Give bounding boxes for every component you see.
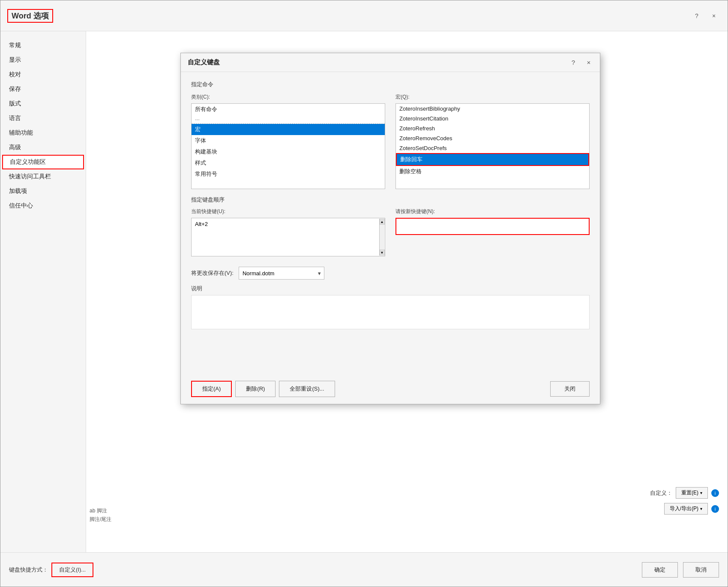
sidebar-item-customize-ribbon[interactable]: 自定义功能区 <box>2 155 84 169</box>
scroll-up-arrow[interactable]: ▲ <box>380 219 385 225</box>
sidebar-item-quick-access[interactable]: 快速访问工具栏 <box>0 169 86 184</box>
current-shortcut-label: 当前快捷键(U): <box>191 208 385 215</box>
keyboard-sequence-title: 指定键盘顺序 <box>191 196 590 204</box>
current-shortcut-area: Alt+2 ▲ ▼ <box>191 218 385 256</box>
dialog-title-bar: 自定义键盘 ? × <box>181 53 600 72</box>
specify-command-title: 指定命令 <box>191 81 590 88</box>
category-item-common-symbols[interactable]: 常用符号 <box>192 169 385 180</box>
reset-btn-bg[interactable]: 重置(E) ▾ <box>676 487 708 499</box>
current-shortcut-col: 当前快捷键(U): Alt+2 ▲ ▼ <box>191 208 385 256</box>
macro-item-delete-cr[interactable]: 删除回车 <box>396 153 589 166</box>
sidebar-item-accessibility[interactable]: 辅助功能 <box>0 126 86 140</box>
current-shortcut-scrollbar[interactable]: ▲ ▼ <box>379 219 384 256</box>
assign-button[interactable]: 指定(A) <box>191 381 232 397</box>
dialog-body: 指定命令 类别(C): 所有命令 --- 宏 字体 构建基块 <box>181 72 600 338</box>
shortcut-row: 当前快捷键(U): Alt+2 ▲ ▼ <box>191 208 590 256</box>
reset-all-button[interactable]: 全部重设(S)... <box>279 381 335 397</box>
category-item-styles[interactable]: 样式 <box>192 157 385 169</box>
sidebar-item-save[interactable]: 保存 <box>0 82 86 96</box>
category-item-font[interactable]: 字体 <box>192 135 385 146</box>
customize-keyboard-button[interactable]: 自定义(I)... <box>51 563 93 577</box>
bottom-bar: 键盘快捷方式： 自定义(I)... 确定 取消 <box>0 552 728 587</box>
help-button[interactable]: ? <box>690 9 704 23</box>
bg-text-footnote: ab 脚注 <box>90 507 107 515</box>
title-bar-controls: ? × <box>690 9 721 23</box>
sidebar-item-display[interactable]: 显示 <box>0 53 86 67</box>
description-label: 说明 <box>191 285 590 292</box>
macro-item-3[interactable]: ZoteroRefresh <box>396 123 589 133</box>
sidebar-item-addins[interactable]: 加载项 <box>0 184 86 199</box>
description-area <box>191 295 590 329</box>
customize-keyboard-dialog: 自定义键盘 ? × 指定命令 类别(C): <box>180 53 600 404</box>
category-separator: --- <box>192 115 385 124</box>
bg-text-endnote: 脚注/尾注 <box>90 516 111 523</box>
dialog-close-button[interactable]: × <box>583 57 595 69</box>
new-shortcut-col: 请按新快捷键(N): <box>395 208 590 235</box>
scroll-track <box>380 225 384 250</box>
macro-item-5[interactable]: ZoteroSetDocPrefs <box>396 143 589 153</box>
import-info-icon[interactable]: i <box>711 505 719 513</box>
save-in-label: 将更改保存在(V): <box>191 269 234 277</box>
macro-item-delete-space[interactable]: 删除空格 <box>396 166 589 177</box>
dialog-bottom-left: 指定(A) 删除(R) 全部重设(S)... <box>191 381 335 397</box>
new-shortcut-input[interactable] <box>395 218 590 235</box>
sidebar-item-language[interactable]: 语言 <box>0 111 86 126</box>
sidebar-item-format[interactable]: 版式 <box>0 96 86 111</box>
save-in-row: 将更改保存在(V): Normal.dotm <box>191 267 590 280</box>
category-item-all[interactable]: 所有命令 <box>192 104 385 115</box>
sidebar: 常规 显示 校对 保存 版式 语言 辅助功能 高级 自定义功能区 快速访问工具栏… <box>0 31 86 553</box>
category-item-building-blocks[interactable]: 构建基块 <box>192 146 385 157</box>
category-item-macro[interactable]: 宏 <box>192 124 385 135</box>
sidebar-item-general[interactable]: 常规 <box>0 38 86 53</box>
sidebar-item-trust-center[interactable]: 信任中心 <box>0 199 86 213</box>
category-column: 类别(C): 所有命令 --- 宏 字体 构建基块 样式 常用符号 <box>191 93 385 189</box>
macro-item-4[interactable]: ZoteroRemoveCodes <box>396 133 589 143</box>
category-listbox[interactable]: 所有命令 --- 宏 字体 构建基块 样式 常用符号 <box>191 103 385 189</box>
customize-label-bg: 自定义： <box>650 489 672 497</box>
save-in-select[interactable]: Normal.dotm <box>239 267 324 280</box>
word-options-window: Word 选项 ? × 常规 显示 校对 保存 版式 语言 辅助功能 高级 自定… <box>0 0 728 587</box>
new-shortcut-label: 请按新快捷键(N): <box>395 208 590 215</box>
content-area: 自定义键盘 ? × 指定命令 类别(C): <box>86 31 728 553</box>
macro-label: 宏(Q): <box>395 93 590 101</box>
dialog-title: 自定义键盘 <box>188 58 220 66</box>
bottom-right: 确定 取消 <box>642 562 719 578</box>
description-section: 说明 <box>191 285 590 329</box>
confirm-button[interactable]: 确定 <box>642 562 678 578</box>
category-label: 类别(C): <box>191 93 385 101</box>
right-panel-bottom: 自定义： 重置(E) ▾ i 导入/导出(P) ▾ i <box>650 487 719 515</box>
import-export-btn-bg[interactable]: 导入/导出(P) ▾ <box>664 503 708 515</box>
save-in-select-wrapper: Normal.dotm <box>239 267 324 280</box>
close-button[interactable]: × <box>707 9 721 23</box>
customize-row: 自定义： 重置(E) ▾ i <box>650 487 719 499</box>
bottom-left: 键盘快捷方式： 自定义(I)... <box>9 563 93 577</box>
macro-column: 宏(Q): ZoteroInsertBibliography ZoteroIns… <box>395 93 590 189</box>
cancel-button[interactable]: 取消 <box>683 562 719 578</box>
dialog-close-btn[interactable]: 关闭 <box>550 381 590 397</box>
sidebar-item-proofing[interactable]: 校对 <box>0 67 86 82</box>
macro-listbox[interactable]: ZoteroInsertBibliography ZoteroInsertCit… <box>395 103 590 189</box>
command-columns: 类别(C): 所有命令 --- 宏 字体 构建基块 样式 常用符号 <box>191 93 590 189</box>
macro-item-1[interactable]: ZoteroInsertBibliography <box>396 104 589 114</box>
sidebar-item-advanced[interactable]: 高级 <box>0 140 86 155</box>
dialog-bottom: 指定(A) 删除(R) 全部重设(S)... 关闭 <box>191 381 590 397</box>
import-chevron: ▾ <box>700 506 702 511</box>
dialog-title-controls: ? × <box>567 57 595 69</box>
import-export-label: 导入/导出(P) <box>670 505 698 512</box>
window-title: Word 选项 <box>7 9 53 23</box>
main-content: 常规 显示 校对 保存 版式 语言 辅助功能 高级 自定义功能区 快速访问工具栏… <box>0 31 728 553</box>
reset-btn-label: 重置(E) <box>681 489 698 497</box>
reset-chevron: ▾ <box>700 491 702 495</box>
import-export-row: 导入/导出(P) ▾ i <box>664 503 719 515</box>
keyboard-shortcut-label: 键盘快捷方式： <box>9 566 48 574</box>
title-bar: Word 选项 ? × <box>0 0 728 31</box>
current-shortcut-value: Alt+2 <box>192 218 385 230</box>
macro-item-2[interactable]: ZoteroInsertCitation <box>396 114 589 123</box>
scroll-down-arrow[interactable]: ▼ <box>380 250 385 256</box>
reset-info-icon[interactable]: i <box>711 489 719 497</box>
dialog-help-button[interactable]: ? <box>567 57 579 69</box>
delete-button[interactable]: 删除(R) <box>235 381 276 397</box>
keyboard-section: 指定键盘顺序 当前快捷键(U): Alt+2 ▲ <box>191 196 590 256</box>
